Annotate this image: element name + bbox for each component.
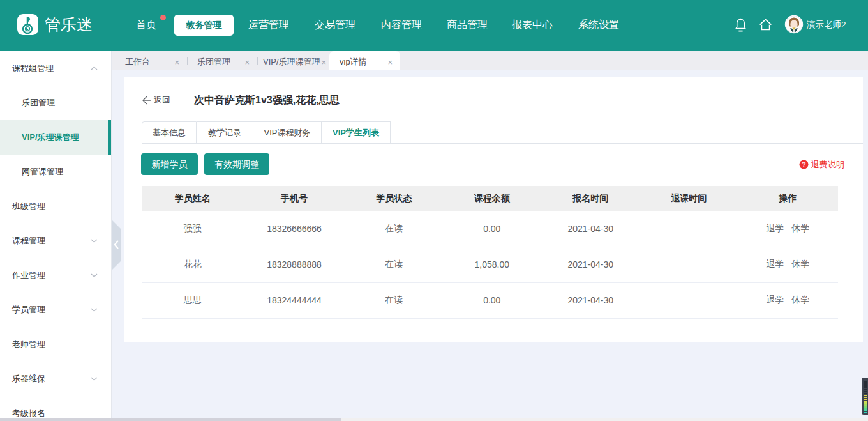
svg-text:?: ?	[802, 161, 805, 168]
